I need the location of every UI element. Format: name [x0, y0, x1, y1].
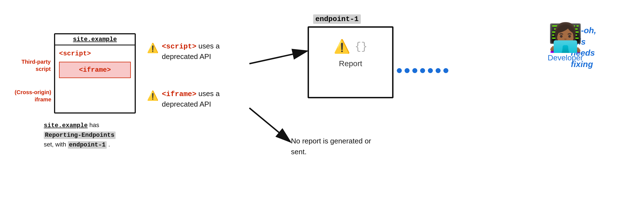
developer-label-text: Developer [548, 53, 583, 62]
endpoint-report-text: Report [339, 59, 362, 68]
diagram-container: Third-party script (Cross-origin)iframe … [0, 0, 644, 211]
developer-figure: 👩🏾‍💻 [532, 24, 599, 51]
svg-line-1 [249, 51, 306, 64]
endpoint-icons-area: ⚠️ {} [309, 28, 392, 57]
no-report-text: No report is generated or sent. [291, 136, 371, 157]
warning-iframe: ⚠️ <iframe> uses adeprecated API [147, 89, 247, 109]
developer-emoji: 👩🏾‍💻 [548, 22, 583, 53]
dot-5 [428, 68, 433, 73]
label-third-party-script: Third-party script [8, 58, 51, 73]
bottom-endpoint-1: endpoint-1 [68, 141, 107, 149]
endpoint-label: endpoint-1 [313, 14, 361, 24]
script-tag: <script> [59, 50, 91, 57]
warning-script-text: <script> uses adeprecated API [162, 41, 220, 62]
label-cross-origin-iframe: (Cross-origin)iframe [3, 89, 51, 103]
site-example-title: site.example [73, 36, 117, 43]
endpoint-box: ⚠️ {} Report [308, 26, 393, 98]
browser-iframe-element: <iframe> [59, 62, 131, 78]
endpoint-label-text: endpoint-1 [315, 15, 359, 23]
dot-1 [397, 68, 402, 73]
cross-origin-text: (Cross-origin)iframe [15, 89, 51, 102]
browser-script-element: <script> [55, 45, 135, 60]
bottom-reporting-endpoints: Reporting-Endpoints [44, 132, 116, 139]
dotted-line [397, 68, 448, 73]
dot-7 [443, 68, 448, 73]
developer-label: Developer [532, 53, 599, 62]
bottom-has: has [88, 122, 99, 128]
warning-script: ⚠️ <script> uses adeprecated API [147, 41, 247, 62]
no-report-label: No report is generated or sent. [291, 137, 371, 156]
warning-script-code: <script> [162, 42, 196, 51]
dot-3 [412, 68, 417, 73]
dot-6 [436, 68, 441, 73]
warning-iframe-icon: ⚠️ [147, 89, 159, 102]
third-party-text: Third-party script [21, 59, 51, 72]
warning-iframe-code: <iframe> [162, 90, 196, 98]
endpoint-warning-icon: ⚠️ [334, 39, 350, 54]
bottom-period: . [107, 141, 110, 148]
dot-2 [405, 68, 410, 73]
bottom-set-with: set, with [44, 141, 68, 148]
developer-area: 👩🏾‍💻 Developer [532, 24, 599, 62]
dot-4 [420, 68, 425, 73]
browser-title: site.example [55, 34, 135, 45]
bottom-site-example: site.example [44, 122, 88, 129]
endpoint-json-icon: {} [355, 41, 367, 53]
bottom-description: site.example has Reporting-Endpoints set… [44, 120, 138, 150]
browser-box: site.example <script> <iframe> [54, 33, 136, 114]
iframe-tag: <iframe> [79, 66, 111, 74]
svg-line-2 [249, 108, 290, 141]
warning-script-icon: ⚠️ [147, 42, 159, 55]
warning-iframe-text: <iframe> uses adeprecated API [162, 89, 220, 109]
endpoint-report-label: Report [309, 57, 392, 68]
